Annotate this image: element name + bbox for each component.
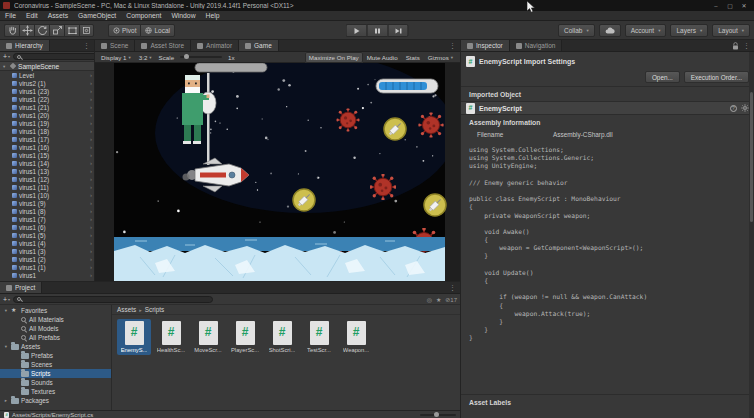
- hierarchy-item[interactable]: virus1 (18): [0, 127, 94, 135]
- project-tree-item[interactable]: Scripts: [0, 369, 111, 378]
- hierarchy-item[interactable]: virus1 (8): [0, 207, 94, 215]
- hierarchy-item[interactable]: virus1 (19): [0, 119, 94, 127]
- script-file-item[interactable]: Weapon...: [339, 319, 373, 355]
- hand-tool-icon[interactable]: [4, 24, 19, 37]
- view-tab[interactable]: Asset Store: [135, 40, 191, 51]
- project-tree-item[interactable]: All Models: [0, 324, 111, 333]
- hierarchy-item[interactable]: virus2 (1): [0, 79, 94, 87]
- hierarchy-item[interactable]: virus1 (17): [0, 135, 94, 143]
- breadcrumb-root[interactable]: Assets: [117, 306, 136, 313]
- pivot-toggle-button[interactable]: Pivot: [108, 24, 140, 37]
- panel-menu-icon[interactable]: ⋮: [449, 284, 456, 292]
- hierarchy-item[interactable]: virus1 (5): [0, 231, 94, 239]
- maximize-button[interactable]: ▢: [723, 1, 737, 11]
- scale-slider-handle[interactable]: [184, 54, 189, 59]
- foldout-icon[interactable]: ▾: [3, 64, 8, 69]
- create-object-button[interactable]: +: [3, 53, 10, 60]
- display-dropdown[interactable]: Display 1: [98, 52, 134, 63]
- lock-icon[interactable]: [732, 42, 739, 50]
- inspector-scrollbar-thumb[interactable]: [750, 92, 753, 222]
- project-tree-item[interactable]: Sounds: [0, 378, 111, 387]
- scale-slider[interactable]: [180, 56, 222, 58]
- hierarchy-item[interactable]: virus1 (6): [0, 223, 94, 231]
- cloud-icon[interactable]: [599, 24, 621, 37]
- menu-item[interactable]: Help: [201, 11, 225, 20]
- script-file-item[interactable]: HealthSc...: [154, 319, 188, 355]
- inspector-tab[interactable]: Navigation: [510, 40, 563, 51]
- menu-item[interactable]: GameObject: [73, 11, 121, 20]
- project-tree-item[interactable]: All Prefabs: [0, 333, 111, 342]
- game-viewport[interactable]: [95, 63, 461, 281]
- create-asset-button[interactable]: +: [3, 296, 10, 303]
- hierarchy-item[interactable]: virus1 (22): [0, 95, 94, 103]
- hierarchy-item[interactable]: virus1 (15): [0, 151, 94, 159]
- scene-header-row[interactable]: ▾ SampleScene: [0, 62, 94, 71]
- project-tree-item[interactable]: ▾ Assets: [0, 342, 111, 351]
- minimize-button[interactable]: –: [709, 1, 723, 11]
- hierarchy-item[interactable]: virus1 (10): [0, 191, 94, 199]
- inspector-tab[interactable]: Inspector: [461, 40, 510, 51]
- foldout-icon[interactable]: ▾: [3, 308, 9, 313]
- hierarchy-item[interactable]: virus1 (9): [0, 199, 94, 207]
- view-tab[interactable]: Game: [239, 40, 279, 51]
- game-toolbar-button[interactable]: Stats: [402, 52, 424, 63]
- menu-item[interactable]: Assets: [43, 11, 73, 20]
- tab-hierarchy[interactable]: Hierarchy: [0, 40, 50, 51]
- local-toggle-button[interactable]: Local: [140, 24, 175, 37]
- breadcrumb-current[interactable]: Scripts: [145, 306, 165, 313]
- game-toolbar-button[interactable]: Mute Audio: [363, 52, 402, 63]
- hierarchy-item[interactable]: virus1 (21): [0, 103, 94, 111]
- hierarchy-item[interactable]: virus1 (14): [0, 159, 94, 167]
- account-dropdown[interactable]: Account: [625, 24, 667, 37]
- pause-button[interactable]: [367, 24, 388, 37]
- icon-size-slider[interactable]: [420, 414, 456, 416]
- foldout-icon[interactable]: ▾: [3, 344, 9, 349]
- scale-tool-icon[interactable]: [49, 24, 64, 37]
- menu-item[interactable]: File: [0, 11, 21, 20]
- step-button[interactable]: [388, 24, 409, 37]
- script-file-item[interactable]: EnemyS...: [117, 319, 151, 355]
- aspect-dropdown[interactable]: 3:2: [136, 52, 155, 63]
- rotate-tool-icon[interactable]: [34, 24, 49, 37]
- layers-dropdown[interactable]: Layers: [670, 24, 708, 37]
- panel-menu-icon[interactable]: ⋮: [743, 42, 750, 50]
- script-file-item[interactable]: MoveScr...: [191, 319, 225, 355]
- view-tab[interactable]: Animator: [191, 40, 239, 51]
- hierarchy-item[interactable]: virus1 (3): [0, 247, 94, 255]
- hierarchy-search-input[interactable]: [23, 54, 95, 60]
- hierarchy-item[interactable]: virus1 (7): [0, 215, 94, 223]
- search-by-type-icon[interactable]: ◎: [427, 296, 432, 303]
- hierarchy-item[interactable]: virus1: [0, 271, 94, 279]
- panel-menu-icon[interactable]: ⋮: [449, 42, 456, 50]
- hierarchy-item[interactable]: virus1 (20): [0, 111, 94, 119]
- game-toolbar-button[interactable]: Gizmos: [424, 52, 457, 63]
- hierarchy-item[interactable]: virus1 (12): [0, 175, 94, 183]
- hierarchy-item[interactable]: virus1 (1): [0, 263, 94, 271]
- project-tree-item[interactable]: ▸ Packages: [0, 396, 111, 405]
- project-tree-item[interactable]: Scenes: [0, 360, 111, 369]
- layout-dropdown[interactable]: Layout: [712, 24, 750, 37]
- transform-tool-icon[interactable]: [79, 24, 94, 37]
- game-toolbar-button[interactable]: Maximize On Play: [305, 52, 363, 63]
- project-tree-item[interactable]: All Materials: [0, 315, 111, 324]
- search-by-label-icon[interactable]: ★: [436, 296, 441, 303]
- open-button[interactable]: Open...: [645, 71, 680, 83]
- foldout-icon[interactable]: ▸: [3, 398, 9, 403]
- menu-item[interactable]: Component: [121, 11, 166, 20]
- panel-menu-icon[interactable]: ⋮: [83, 42, 90, 50]
- icon-size-slider-handle[interactable]: [434, 412, 439, 417]
- project-tree-item[interactable]: Prefabs: [0, 351, 111, 360]
- hierarchy-item[interactable]: virus1 (4): [0, 239, 94, 247]
- hierarchy-item[interactable]: virus1 (16): [0, 143, 94, 151]
- gear-icon[interactable]: [741, 104, 749, 112]
- rect-tool-icon[interactable]: [64, 24, 79, 37]
- script-file-item[interactable]: PlayerSc...: [228, 319, 262, 355]
- hierarchy-item[interactable]: Level: [0, 71, 94, 79]
- play-button[interactable]: [346, 24, 367, 37]
- script-file-item[interactable]: ShotScri...: [265, 319, 299, 355]
- close-button[interactable]: ✕: [737, 1, 751, 11]
- help-icon[interactable]: ?: [730, 105, 737, 112]
- tab-project[interactable]: Project: [0, 282, 42, 293]
- project-tree-item[interactable]: ▾ Favorites: [0, 306, 111, 315]
- hierarchy-item[interactable]: virus1 (13): [0, 167, 94, 175]
